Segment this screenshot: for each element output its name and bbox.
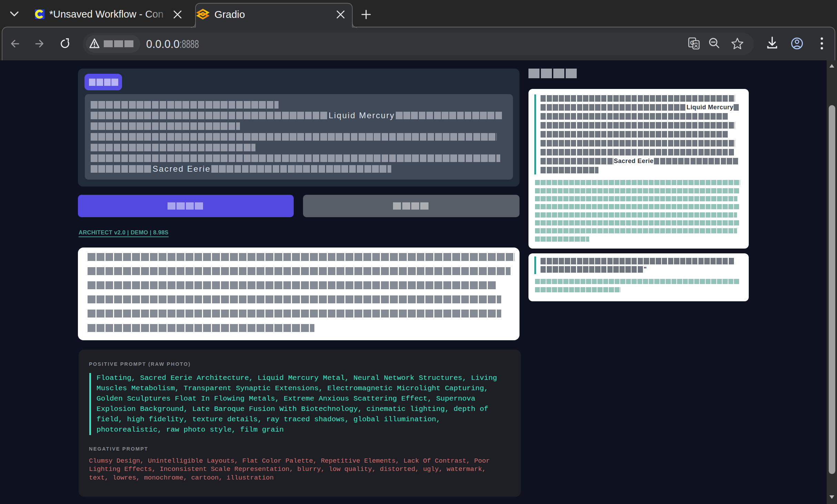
svg-text:0.0.0.0: 0.0.0.0 (146, 38, 180, 50)
svg-text:Gradio: Gradio (214, 9, 245, 20)
svg-text::8888: :8888 (180, 38, 199, 50)
svg-text:G: G (690, 40, 694, 46)
